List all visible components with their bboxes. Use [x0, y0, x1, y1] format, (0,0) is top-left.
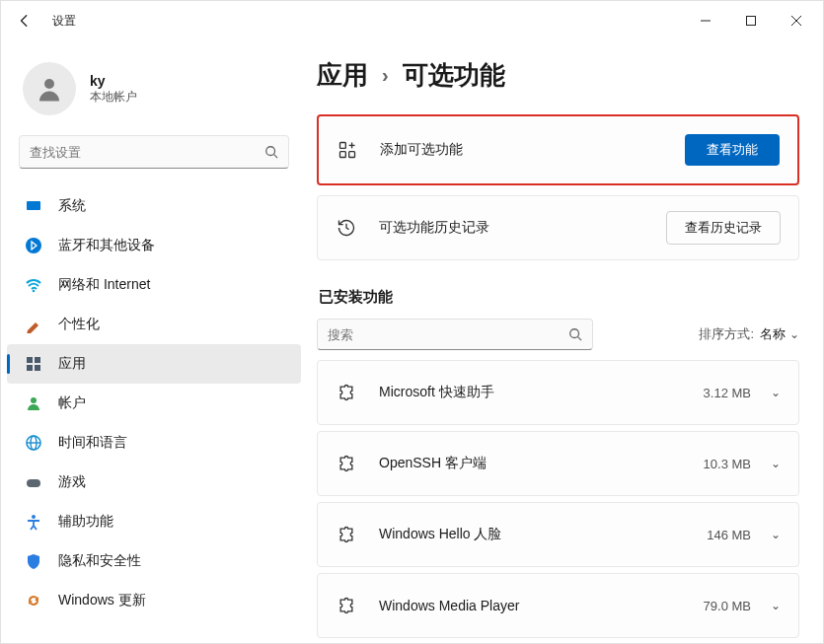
sidebar-item-label: 应用: [58, 355, 86, 373]
feature-name: Windows Hello 人脸: [379, 526, 707, 543]
feature-search-input[interactable]: [328, 327, 568, 342]
svg-rect-7: [27, 201, 40, 210]
sidebar-item-game[interactable]: 游戏: [7, 463, 301, 502]
back-button[interactable]: [5, 1, 44, 40]
feature-name: OpenSSH 客户端: [379, 455, 704, 472]
sidebar-item-apps[interactable]: 应用: [7, 344, 301, 384]
view-features-button[interactable]: 查看功能: [685, 134, 780, 166]
feature-size: 146 MB: [707, 528, 751, 542]
svg-point-4: [44, 79, 54, 89]
filter-row: 排序方式: 名称 ⌄: [317, 319, 799, 350]
maximize-icon: [746, 16, 756, 26]
back-icon: [18, 14, 32, 28]
sidebar-item-label: 系统: [58, 197, 86, 215]
nav-list: 系统 蓝牙和其他设备 网络和 Internet 个性化 应用 帐户 时间和语言 …: [1, 186, 307, 620]
history-icon: [336, 217, 357, 239]
window-controls: [683, 1, 819, 40]
sidebar-item-label: 帐户: [58, 394, 86, 412]
search-icon: [568, 327, 582, 341]
svg-rect-21: [340, 152, 346, 158]
brush-icon: [25, 316, 42, 333]
svg-line-26: [578, 337, 582, 341]
chevron-down-icon: ⌄: [789, 327, 799, 341]
feature-size: 10.3 MB: [704, 457, 751, 471]
user-name: ky: [90, 73, 137, 89]
chevron-down-icon: ⌄: [771, 599, 781, 612]
svg-rect-12: [27, 365, 33, 371]
svg-rect-13: [35, 365, 40, 371]
breadcrumb-sep-icon: ›: [382, 64, 389, 87]
user-sub: 本地帐户: [90, 89, 137, 106]
svg-point-9: [33, 290, 36, 293]
feature-name: Microsoft 快速助手: [379, 384, 704, 401]
history-title: 可选功能历史记录: [379, 219, 666, 237]
bt-icon: [25, 237, 42, 254]
sidebar-item-wifi[interactable]: 网络和 Internet: [7, 265, 301, 305]
sidebar-item-label: 隐私和安全性: [58, 552, 141, 570]
sort-label: 排序方式:: [699, 325, 754, 343]
sidebar-search[interactable]: [19, 135, 289, 169]
sidebar-item-globe[interactable]: 时间和语言: [7, 423, 301, 463]
history-card: 可选功能历史记录 查看历史记录: [317, 195, 799, 260]
minimize-button[interactable]: [683, 1, 728, 40]
maximize-button[interactable]: [728, 1, 774, 40]
feature-row[interactable]: OpenSSH 客户端 10.3 MB ⌄: [317, 431, 799, 496]
view-history-button[interactable]: 查看历史记录: [666, 211, 781, 245]
sidebar-item-access[interactable]: 辅助功能: [7, 502, 301, 541]
feature-size: 3.12 MB: [704, 386, 751, 400]
close-button[interactable]: [774, 1, 819, 40]
sidebar-item-update[interactable]: Windows 更新: [7, 581, 301, 620]
svg-rect-22: [349, 152, 355, 158]
shield-icon: [25, 552, 42, 570]
sidebar-item-shield[interactable]: 隐私和安全性: [7, 541, 301, 581]
feature-list: Microsoft 快速助手 3.12 MB ⌄ OpenSSH 客户端 10.…: [317, 360, 799, 638]
svg-point-8: [26, 238, 41, 253]
close-icon: [791, 16, 801, 26]
svg-rect-1: [747, 17, 756, 26]
sidebar-item-label: 时间和语言: [58, 434, 127, 452]
svg-point-5: [266, 147, 275, 156]
feature-row[interactable]: Windows Media Player 79.0 MB ⌄: [317, 573, 799, 638]
feature-size: 79.0 MB: [704, 599, 751, 613]
sidebar-item-label: 辅助功能: [58, 513, 113, 531]
svg-rect-11: [35, 357, 40, 363]
sidebar-item-label: 游戏: [58, 473, 86, 491]
sidebar-item-bt[interactable]: 蓝牙和其他设备: [7, 226, 301, 265]
wifi-icon: [25, 276, 42, 294]
breadcrumb-parent[interactable]: 应用: [317, 58, 368, 93]
svg-rect-10: [27, 357, 33, 363]
chevron-down-icon: ⌄: [771, 528, 781, 541]
sidebar-search-input[interactable]: [30, 145, 264, 160]
sort-value: 名称: [760, 325, 786, 343]
svg-point-19: [32, 515, 36, 519]
feature-name: Windows Media Player: [379, 598, 704, 613]
svg-point-25: [570, 329, 579, 338]
sidebar-item-system[interactable]: 系统: [7, 186, 301, 226]
sidebar-item-label: 网络和 Internet: [58, 276, 150, 294]
installed-heading: 已安装功能: [319, 288, 799, 307]
svg-rect-18: [27, 479, 40, 487]
avatar: [23, 62, 76, 115]
svg-rect-20: [340, 143, 346, 149]
person-icon: [25, 394, 42, 412]
search-icon: [264, 145, 278, 159]
breadcrumb: 应用 › 可选功能: [317, 58, 799, 93]
sidebar-item-label: 个性化: [58, 316, 100, 333]
sidebar-item-brush[interactable]: 个性化: [7, 305, 301, 344]
user-block[interactable]: ky 本地帐户: [1, 48, 307, 135]
breadcrumb-current: 可选功能: [403, 58, 505, 93]
update-icon: [25, 592, 42, 609]
sidebar-item-label: 蓝牙和其他设备: [58, 237, 155, 254]
sidebar-item-person[interactable]: 帐户: [7, 384, 301, 423]
feature-row[interactable]: Microsoft 快速助手 3.12 MB ⌄: [317, 360, 799, 425]
puzzle-icon: [336, 524, 357, 545]
feature-search[interactable]: [317, 319, 593, 350]
sort-dropdown[interactable]: 排序方式: 名称 ⌄: [699, 325, 799, 343]
add-feature-card: 添加可选功能 查看功能: [317, 114, 799, 185]
add-feature-icon: [337, 139, 358, 161]
chevron-down-icon: ⌄: [771, 457, 781, 470]
feature-row[interactable]: Windows Hello 人脸 146 MB ⌄: [317, 502, 799, 567]
svg-point-14: [31, 397, 37, 403]
svg-line-6: [274, 155, 278, 159]
globe-icon: [25, 434, 42, 452]
